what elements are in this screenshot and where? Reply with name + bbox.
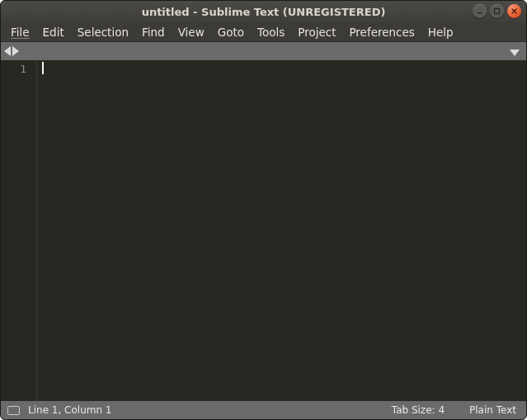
menu-goto[interactable]: Goto [211, 24, 251, 40]
svg-rect-1 [495, 9, 500, 14]
statusbar: Line 1, Column 1 Tab Size: 4 Plain Text [1, 401, 526, 419]
titlebar: untitled - Sublime Text (UNREGISTERED) [1, 1, 526, 22]
close-button[interactable] [507, 4, 521, 18]
status-right: Tab Size: 4 Plain Text [392, 404, 516, 416]
nav-forward-icon[interactable] [12, 46, 19, 56]
tab-dropdown-button[interactable] [510, 44, 520, 59]
status-tab-size[interactable]: Tab Size: 4 [392, 404, 445, 416]
nav-back-icon[interactable] [4, 46, 11, 56]
code-area[interactable] [37, 60, 526, 401]
text-caret [42, 62, 44, 74]
menu-edit[interactable]: Edit [36, 24, 71, 40]
menu-file[interactable]: File [4, 24, 36, 40]
gutter: 1 [1, 60, 37, 401]
menu-view[interactable]: View [172, 24, 211, 40]
close-icon [511, 7, 518, 15]
status-syntax[interactable]: Plain Text [469, 404, 516, 416]
nav-arrows [4, 46, 19, 56]
tabbar [1, 42, 526, 60]
maximize-button[interactable] [490, 4, 504, 18]
menu-project[interactable]: Project [291, 24, 342, 40]
menu-preferences[interactable]: Preferences [342, 24, 421, 40]
status-position[interactable]: Line 1, Column 1 [28, 404, 112, 416]
menubar: File Edit Selection Find View Goto Tools… [1, 22, 526, 42]
minimize-icon [476, 7, 483, 15]
menu-help[interactable]: Help [421, 24, 460, 40]
maximize-icon [493, 7, 501, 15]
minimize-button[interactable] [473, 4, 487, 18]
menu-tools[interactable]: Tools [251, 24, 291, 40]
line-number: 1 [1, 62, 36, 76]
chevron-down-icon [510, 50, 520, 56]
app-window: untitled - Sublime Text (UNREGISTERED) F… [0, 0, 527, 420]
window-title: untitled - Sublime Text (UNREGISTERED) [142, 6, 386, 18]
svg-rect-0 [478, 12, 482, 14]
menu-find[interactable]: Find [135, 24, 172, 40]
panel-switcher-icon[interactable] [7, 406, 20, 415]
editor: 1 [1, 60, 526, 401]
window-controls [473, 4, 521, 18]
menu-selection[interactable]: Selection [71, 24, 135, 40]
